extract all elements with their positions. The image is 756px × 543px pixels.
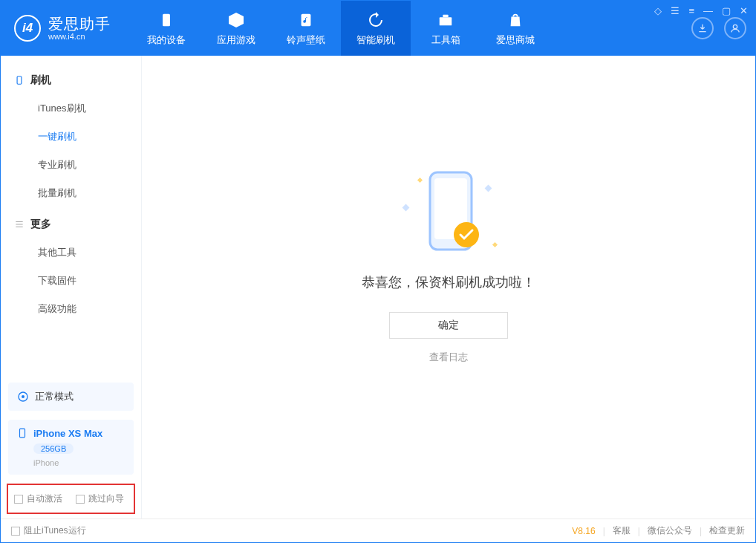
mode-icon (17, 391, 29, 403)
view-log-link[interactable]: 查看日志 (429, 351, 468, 364)
download-button[interactable] (691, 17, 714, 39)
success-message: 恭喜您，保资料刷机成功啦！ (362, 273, 535, 291)
nav-toolbox[interactable]: 工具箱 (411, 1, 480, 56)
sidebar-item-download-fw[interactable]: 下载固件 (1, 267, 141, 295)
device-type: iPhone (33, 458, 125, 467)
nav-my-device[interactable]: 我的设备 (131, 1, 201, 56)
toolbox-icon (435, 10, 456, 30)
svg-rect-0 (163, 14, 170, 27)
top-nav: 我的设备 应用游戏 铃声壁纸 智能刷机 工具箱 爱思商城 (131, 1, 550, 56)
content-area: 恭喜您，保资料刷机成功啦！ 确定 查看日志 (142, 56, 755, 518)
version-label: V8.16 (572, 526, 595, 536)
maximize-icon[interactable]: ▢ (722, 5, 731, 16)
checkbox-icon (14, 495, 23, 504)
sidebar-item-batch-flash[interactable]: 批量刷机 (1, 179, 141, 207)
window-controls: ◇ ☰ ≡ — ▢ ✕ (654, 5, 748, 16)
device-icon (14, 75, 25, 85)
device-capacity: 256GB (33, 443, 74, 454)
bag-icon (505, 10, 526, 30)
success-illustration (393, 166, 504, 263)
nav-flash[interactable]: 智能刷机 (341, 1, 411, 56)
footer-update[interactable]: 检查更新 (709, 524, 745, 537)
phone-icon (156, 10, 177, 30)
footer-support[interactable]: 客服 (613, 524, 630, 537)
sidebar-item-oneclick-flash[interactable]: 一键刷机 (1, 123, 141, 151)
qr-icon[interactable]: ◇ (654, 5, 662, 16)
checkbox-icon (11, 527, 20, 536)
sidebar-group-more[interactable]: 更多 (1, 210, 141, 238)
sidebar: 刷机 iTunes刷机 一键刷机 专业刷机 批量刷机 更多 其他工具 下载固件 … (1, 56, 142, 518)
list-icon[interactable]: ☰ (671, 5, 680, 16)
device-small-icon (17, 427, 27, 439)
checkbox-auto-activate[interactable]: 自动激活 (14, 492, 62, 505)
nav-ringtone[interactable]: 铃声壁纸 (271, 1, 341, 56)
checkbox-icon (76, 495, 85, 504)
sidebar-item-pro-flash[interactable]: 专业刷机 (1, 151, 141, 179)
minimize-icon[interactable]: — (703, 5, 713, 16)
sidebar-item-advanced[interactable]: 高级功能 (1, 295, 141, 323)
sidebar-item-itunes-flash[interactable]: iTunes刷机 (1, 94, 141, 123)
footer-wechat[interactable]: 微信公众号 (648, 524, 692, 537)
app-name-en: www.i4.cn (48, 32, 111, 41)
checkbox-block-itunes[interactable]: 阻止iTunes运行 (11, 524, 86, 537)
nav-apps[interactable]: 应用游戏 (201, 1, 271, 56)
svg-rect-2 (440, 17, 452, 25)
note-icon (296, 10, 316, 30)
app-name-cn: 爱思助手 (48, 16, 111, 32)
options-highlight-box: 自动激活 跳过向导 (7, 484, 135, 514)
header: i4 爱思助手 www.i4.cn 我的设备 应用游戏 铃声壁纸 智能刷机 工具… (1, 1, 755, 56)
device-name: iPhone XS Max (33, 428, 102, 439)
cube-icon (226, 10, 247, 30)
header-right (691, 17, 746, 39)
footer: 阻止iTunes运行 V8.16 | 客服 | 微信公众号 | 检查更新 (1, 518, 755, 542)
svg-rect-8 (20, 429, 25, 438)
account-button[interactable] (724, 17, 746, 39)
close-icon[interactable]: ✕ (740, 5, 748, 16)
mode-box[interactable]: 正常模式 (8, 383, 134, 411)
sidebar-item-other-tools[interactable]: 其他工具 (1, 238, 141, 267)
device-box[interactable]: iPhone XS Max 256GB iPhone (8, 420, 134, 475)
list-icon (14, 219, 25, 230)
app-logo[interactable]: i4 爱思助手 www.i4.cn (14, 15, 111, 42)
svg-point-7 (22, 395, 25, 398)
sidebar-group-flash[interactable]: 刷机 (1, 66, 141, 94)
menu-icon[interactable]: ≡ (688, 5, 694, 16)
svg-rect-5 (17, 77, 22, 85)
mode-label: 正常模式 (35, 390, 74, 403)
svg-rect-3 (443, 15, 448, 18)
nav-store[interactable]: 爱思商城 (480, 1, 550, 56)
main-body: 刷机 iTunes刷机 一键刷机 专业刷机 批量刷机 更多 其他工具 下载固件 … (1, 56, 755, 518)
checkbox-skip-guide[interactable]: 跳过向导 (76, 492, 124, 505)
refresh-icon (365, 10, 386, 30)
logo-badge-icon: i4 (14, 15, 41, 42)
ok-button[interactable]: 确定 (389, 312, 508, 339)
svg-point-4 (733, 25, 737, 28)
